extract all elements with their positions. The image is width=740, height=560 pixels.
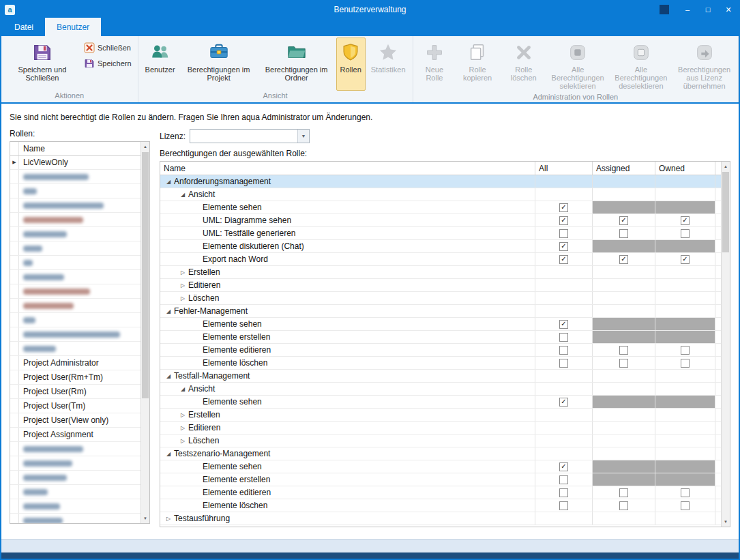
permission-row[interactable]: ▷Löschen — [160, 434, 721, 447]
checkbox-icon[interactable] — [681, 488, 690, 497]
cell-all[interactable] — [535, 344, 593, 356]
cell-assigned[interactable] — [593, 486, 655, 499]
permission-row[interactable]: ▷Testausführung — [160, 512, 721, 525]
cell-assigned[interactable]: ✓ — [593, 253, 655, 265]
minimize-button[interactable]: – — [677, 1, 698, 18]
role-list-item[interactable]: ▶LicViewOnly — [10, 156, 140, 170]
role-list-item[interactable] — [10, 485, 140, 499]
role-list-item[interactable] — [10, 442, 140, 456]
expander-icon[interactable]: ▷ — [177, 425, 188, 431]
expander-icon[interactable]: ▷ — [177, 269, 188, 276]
expander-icon[interactable]: ◢ — [163, 373, 174, 379]
expander-icon[interactable]: ◢ — [177, 192, 188, 198]
expander-icon[interactable]: ◢ — [163, 451, 174, 457]
checkbox-icon[interactable]: ✓ — [559, 462, 568, 471]
scroll-up-button[interactable]: ▲ — [722, 162, 730, 171]
ribbon-button-schlie-en[interactable]: Schließen — [83, 41, 136, 55]
expander-icon[interactable]: ▷ — [163, 516, 174, 522]
permission-row[interactable]: ◢Fehler-Management — [160, 305, 721, 318]
permission-row[interactable]: UML: Testfälle generieren — [160, 227, 721, 240]
permission-row[interactable]: ◢Ansicht — [160, 383, 721, 396]
role-list-item[interactable] — [10, 284, 140, 299]
permission-row[interactable]: Export nach Word✓✓✓ — [160, 253, 721, 266]
cell-all[interactable]: ✓ — [535, 396, 593, 408]
expander-icon[interactable]: ▷ — [177, 282, 188, 289]
expander-icon[interactable]: ◢ — [177, 386, 188, 392]
permission-row[interactable]: ◢Anforderungsmanagement — [160, 175, 721, 188]
checkbox-icon[interactable]: ✓ — [559, 242, 568, 251]
cell-owned[interactable] — [655, 499, 715, 512]
cell-all[interactable] — [535, 331, 593, 343]
checkbox-icon[interactable] — [681, 501, 690, 510]
combo-dropdown-button[interactable]: ▼ — [297, 130, 309, 143]
role-list-item[interactable]: Project User(Rm+Tm) — [10, 370, 140, 385]
ribbon-button-benutzer[interactable]: Benutzer — [141, 38, 179, 91]
permission-row[interactable]: Elemente editieren — [160, 344, 721, 357]
checkbox-icon[interactable] — [619, 359, 628, 368]
roles-scrollbar[interactable]: ▲ ▼ — [140, 142, 149, 523]
ribbon-button-speichern[interactable]: Speichern — [83, 57, 136, 70]
column-header-all[interactable]: All — [535, 162, 593, 175]
checkbox-icon[interactable] — [619, 501, 628, 510]
column-header-name[interactable]: Name — [160, 162, 535, 175]
checkbox-icon[interactable] — [681, 346, 690, 355]
role-list-item[interactable]: Project User(View only) — [10, 413, 140, 428]
license-combobox[interactable]: ▼ — [190, 129, 310, 143]
permission-row[interactable]: Elemente sehen✓ — [160, 201, 721, 214]
cell-all[interactable]: ✓ — [535, 240, 593, 252]
cell-owned[interactable] — [655, 357, 715, 369]
role-list-item[interactable]: Project User(Rm) — [10, 385, 140, 399]
role-list-item[interactable] — [10, 170, 140, 184]
cell-assigned[interactable] — [593, 344, 655, 356]
column-header-assigned[interactable]: Assigned — [593, 162, 655, 175]
cell-all[interactable]: ✓ — [535, 201, 593, 213]
checkbox-icon[interactable] — [559, 501, 568, 510]
permission-row[interactable]: ▷Editieren — [160, 279, 721, 292]
checkbox-icon[interactable] — [619, 229, 628, 238]
role-list-item[interactable] — [10, 270, 140, 284]
permission-row[interactable]: ◢Ansicht — [160, 188, 721, 201]
permission-row[interactable]: ▷Erstellen — [160, 409, 721, 422]
permission-row[interactable]: Elemente sehen✓ — [160, 396, 721, 409]
expander-icon[interactable]: ▷ — [177, 412, 188, 418]
permission-row[interactable]: ▷Editieren — [160, 422, 721, 434]
scroll-down-button[interactable]: ▼ — [141, 514, 149, 523]
scrollbar-track[interactable] — [722, 171, 730, 517]
role-list-item[interactable] — [10, 327, 140, 342]
cell-owned[interactable] — [655, 227, 715, 239]
role-list-item[interactable] — [10, 213, 140, 227]
column-header-owned[interactable]: Owned — [655, 162, 715, 175]
cell-all[interactable]: ✓ — [535, 214, 593, 226]
checkbox-icon[interactable] — [559, 488, 568, 497]
cell-all[interactable] — [535, 486, 593, 499]
cell-owned[interactable] — [655, 344, 715, 356]
permission-row[interactable]: Elemente sehen✓ — [160, 318, 721, 331]
cell-owned[interactable]: ✓ — [655, 253, 715, 265]
cell-all[interactable] — [535, 499, 593, 512]
maximize-button[interactable]: □ — [698, 1, 718, 18]
role-list-item[interactable] — [10, 342, 140, 356]
permission-row[interactable]: ▷Löschen — [160, 292, 721, 305]
checkbox-icon[interactable]: ✓ — [619, 255, 628, 264]
role-list-item[interactable] — [10, 456, 140, 471]
expander-icon[interactable]: ◢ — [163, 179, 174, 185]
permission-row[interactable]: ▷Erstellen — [160, 266, 721, 279]
expander-icon[interactable]: ▷ — [177, 295, 188, 301]
permission-row[interactable]: Elemente sehen✓ — [160, 460, 721, 473]
ribbon-button-rollen[interactable]: Rollen — [336, 38, 366, 91]
role-list-item[interactable] — [10, 184, 140, 198]
tab-datei[interactable]: Datei — [3, 18, 45, 36]
checkbox-icon[interactable] — [619, 488, 628, 497]
scrollbar-track[interactable] — [141, 151, 149, 514]
scroll-down-button[interactable]: ▼ — [722, 517, 730, 527]
checkbox-icon[interactable] — [619, 346, 628, 355]
titlebar-accent-button[interactable] — [660, 5, 669, 14]
role-list-item[interactable] — [10, 241, 140, 256]
permission-row[interactable]: Elemente editieren — [160, 486, 721, 499]
cell-all[interactable]: ✓ — [535, 318, 593, 330]
role-list-item[interactable] — [10, 471, 140, 485]
cell-assigned[interactable] — [593, 357, 655, 369]
role-list-item[interactable] — [10, 514, 140, 523]
checkbox-icon[interactable] — [559, 333, 568, 342]
checkbox-icon[interactable]: ✓ — [619, 216, 628, 225]
